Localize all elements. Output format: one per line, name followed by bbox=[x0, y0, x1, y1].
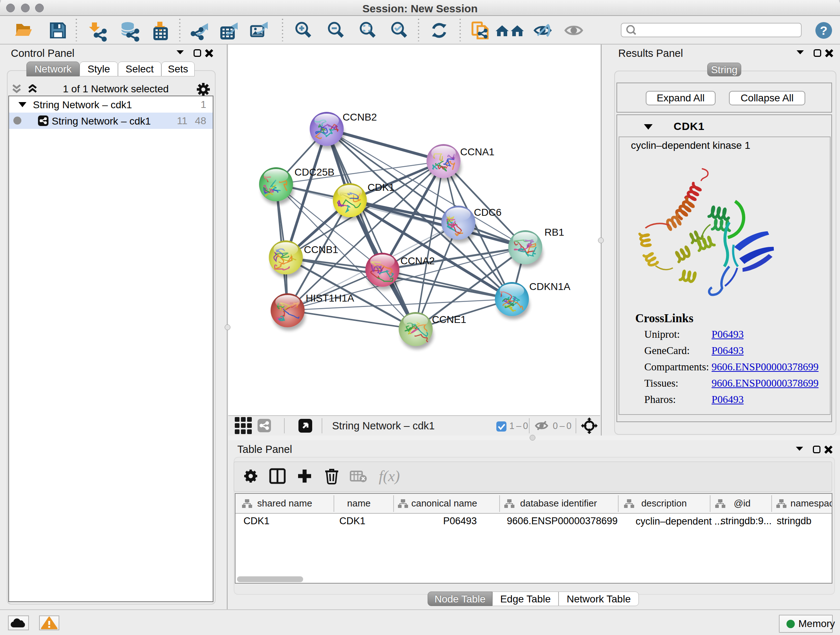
svg-text:RB1: RB1 bbox=[545, 226, 564, 238]
svg-text:CDC6: CDC6 bbox=[474, 207, 501, 218]
svg-text:CCNE1: CCNE1 bbox=[432, 314, 466, 325]
svg-text:CDKN1A: CDKN1A bbox=[529, 281, 570, 292]
svg-text:CDC25B: CDC25B bbox=[294, 166, 334, 178]
svg-text:String Network – cdk1: String Network – cdk1 bbox=[332, 420, 435, 432]
svg-text:CCNA1: CCNA1 bbox=[460, 146, 494, 157]
svg-text:HIST1H1A: HIST1H1A bbox=[306, 293, 354, 304]
svg-text:CCNB1: CCNB1 bbox=[304, 244, 338, 255]
svg-text:CDK1: CDK1 bbox=[368, 182, 395, 193]
svg-text:0 – 0: 0 – 0 bbox=[553, 421, 572, 431]
svg-text:CCNA2: CCNA2 bbox=[401, 255, 435, 266]
svg-text:?: ? bbox=[820, 24, 828, 37]
svg-text:f(x): f(x) bbox=[379, 468, 400, 485]
svg-text:1 – 0: 1 – 0 bbox=[509, 421, 528, 431]
svg-text:CCNB2: CCNB2 bbox=[343, 111, 377, 123]
